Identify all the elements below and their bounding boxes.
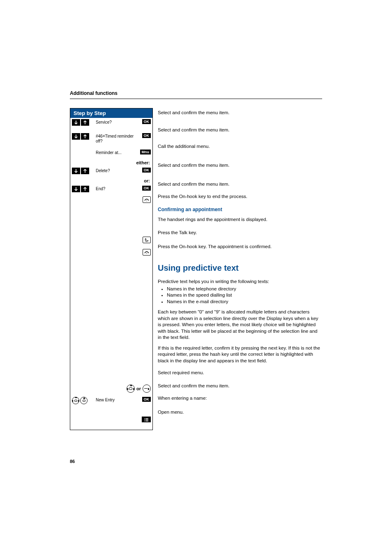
step-row-service: Service? OK [72, 119, 151, 127]
instruction-text: Call the additional menu. [158, 143, 322, 151]
nav-up-icon [80, 397, 88, 404]
up-arrow-icon [81, 168, 89, 174]
instruction-text: Select required menu. [158, 370, 322, 377]
step-row-open-menu [72, 417, 151, 425]
step-by-step-title: Step by Step [70, 108, 153, 118]
svg-point-0 [146, 200, 147, 201]
svg-rect-4 [144, 419, 145, 420]
down-arrow-icon [72, 119, 80, 126]
instruction-text: Select and confirm the menu item. [158, 127, 322, 134]
instruction-column: Select and confirm the menu item. Select… [158, 108, 322, 430]
either-label: either: [72, 160, 151, 165]
step-row-onhook-confirm [72, 249, 151, 257]
step-label: #46=Timed reminder off? [96, 133, 136, 144]
onhook-key-icon [143, 249, 151, 256]
instruction-text: Press the On-hook key. The appointment i… [158, 244, 322, 251]
list-item: Names in the e-mail directory [167, 299, 322, 305]
page-number: 86 [70, 459, 392, 464]
header-rule [70, 99, 322, 99]
svg-rect-3 [145, 418, 148, 419]
instruction-text: Select and confirm the menu item. [158, 110, 322, 117]
ok-button[interactable]: OK [142, 133, 151, 138]
svg-point-1 [146, 253, 147, 254]
svg-rect-7 [145, 421, 148, 421]
or-text: or [136, 386, 141, 391]
step-row-reminder-at: Reminder at... Mnu [72, 150, 151, 158]
ok-button[interactable]: OK [142, 119, 151, 124]
down-arrow-icon [72, 168, 80, 174]
nav-control-icon [72, 397, 79, 404]
instruction-text: Select and confirm the menu item. [158, 181, 322, 189]
instruction-text: Open menu. [158, 409, 322, 417]
step-row-end: End? OK [72, 186, 151, 194]
list-item: Names in the telephone directory [167, 286, 322, 292]
step-row-talk [72, 237, 151, 245]
predictive-para-1: Each key between "0" and "9" is allocate… [158, 309, 322, 341]
talk-key-icon [143, 237, 151, 243]
sub-heading-confirming: Confirming an appointment [158, 207, 322, 212]
down-arrow-icon [72, 133, 80, 140]
nav-side-icon [143, 385, 151, 393]
step-label: Reminder at... [96, 150, 136, 155]
step-row-onhook [72, 196, 151, 205]
list-item: Names in the speed dialling list [167, 292, 322, 299]
svg-rect-5 [145, 419, 148, 420]
step-label: Service? [96, 119, 136, 125]
predictive-para-2: If this is the required letter, confirm … [158, 345, 322, 364]
up-arrow-icon [81, 186, 89, 192]
instruction-text: Press the Talk key. [158, 230, 322, 237]
menu-icon [142, 417, 151, 422]
up-arrow-icon [81, 119, 89, 126]
step-by-step-panel: Step by Step Service? OK [70, 108, 153, 430]
step-row-new-entry: New Entry OK [72, 397, 151, 405]
step-row-delete: Delete? OK [72, 168, 151, 176]
section-heading-predictive: Using predictive text [158, 263, 322, 273]
mnu-button[interactable]: Mnu [140, 150, 151, 154]
step-row-timed-off: #46=Timed reminder off? OK [72, 133, 151, 144]
onhook-key-icon [143, 196, 151, 203]
instruction-text: When entering a name: [158, 395, 322, 403]
or-label: or: [72, 178, 151, 183]
ok-button[interactable]: OK [142, 397, 151, 402]
running-header: Additional functions [70, 90, 322, 96]
svg-rect-2 [144, 418, 145, 419]
up-arrow-icon [81, 133, 89, 140]
ok-button[interactable]: OK [142, 168, 151, 173]
instruction-text: The handset rings and the appointment is… [158, 216, 322, 224]
step-row-select-menu: or [72, 385, 151, 393]
instruction-text: Select and confirm the menu item. [158, 162, 322, 170]
instruction-text: Press the On-hook key to end the process… [158, 193, 322, 201]
ok-button[interactable]: OK [142, 186, 151, 191]
predictive-bullets: Names in the telephone directory Names i… [158, 286, 322, 305]
predictive-intro: Predictive text helps you in writing the… [158, 279, 322, 285]
step-label: Delete? [96, 168, 136, 173]
instruction-text: Select and confirm the menu item. [158, 383, 322, 390]
nav-control-icon [127, 385, 135, 393]
svg-rect-6 [144, 421, 145, 421]
step-label: End? [96, 186, 136, 191]
step-label: New Entry [96, 397, 136, 403]
down-arrow-icon [72, 186, 80, 192]
